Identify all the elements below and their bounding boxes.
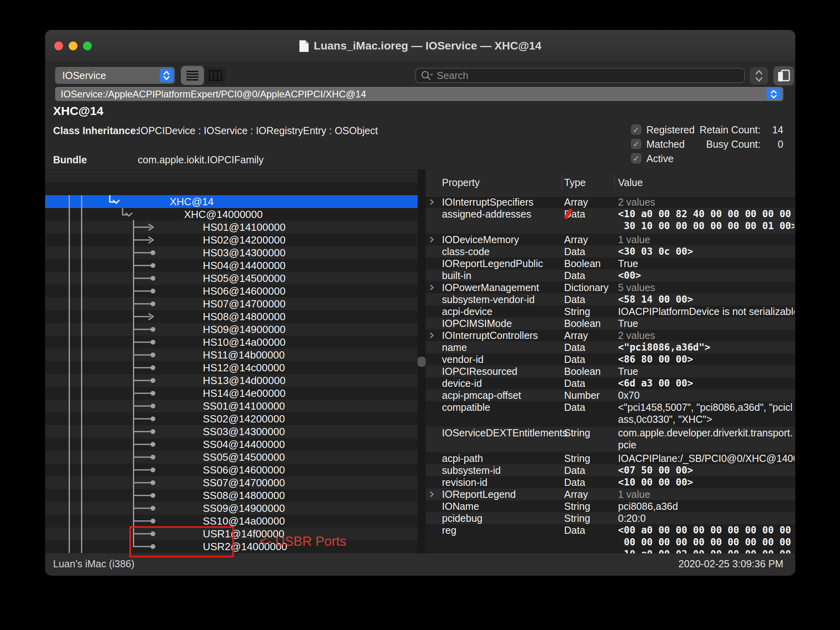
property-row-iodevicememory[interactable]: IODeviceMemoryArray1 value	[426, 234, 795, 246]
property-value-line: <07 50 00 00>	[618, 464, 794, 476]
property-name: IOInterruptSpecifiers	[442, 196, 533, 208]
tree-node-label: HS09@14900000	[203, 323, 285, 336]
property-row-built-in[interactable]: built-inData<00>	[426, 269, 795, 281]
column-separator[interactable]	[562, 175, 562, 190]
tree-row-hs03@14300000[interactable]: HS03@14300000	[45, 246, 418, 259]
retain-count-value: 14	[764, 125, 783, 135]
disclosure-chevron-icon[interactable]	[429, 234, 435, 247]
property-row-vendor-id[interactable]: vendor-idData<86 80 00 00>	[426, 353, 795, 365]
plane-selector-popup[interactable]: IOService	[55, 67, 175, 84]
tree-row-hs02@14200000[interactable]: HS02@14200000	[45, 234, 418, 246]
property-type: Array	[564, 329, 588, 341]
tree-row-ss06@14600000[interactable]: SS06@14600000	[45, 464, 418, 476]
property-row-ioreportlegendpublic[interactable]: IOReportLegendPublicBooleanTrue	[426, 258, 795, 269]
property-value: True	[618, 317, 794, 329]
property-type: String	[564, 452, 590, 464]
property-row-reg[interactable]: regData<00 a0 00 00 00 00 00 00 00 00 00…	[426, 524, 795, 554]
column-header-type[interactable]: Type	[564, 177, 586, 188]
search-input[interactable]: Search	[415, 68, 745, 83]
tree-row-ss03@14300000[interactable]: SS03@14300000	[45, 425, 418, 438]
property-row-ioservicedextentitlements[interactable]: IOServiceDEXTEntitlementsStringcom.apple…	[426, 427, 795, 452]
property-value-line: <00>	[618, 269, 794, 281]
tree-row-hs08@14800000[interactable]: HS08@14800000	[45, 310, 418, 323]
tree-row-hs04@14400000[interactable]: HS04@14400000	[45, 259, 418, 272]
pane-splitter[interactable]	[418, 170, 426, 554]
tree-row-ss07@14700000[interactable]: SS07@14700000	[45, 476, 418, 489]
tree-row-ss05@14500000[interactable]: SS05@14500000	[45, 451, 418, 464]
tree-row-hs11@14b00000[interactable]: HS11@14b00000	[45, 349, 418, 361]
active-checkbox[interactable]: ✓	[631, 153, 641, 163]
property-row-name[interactable]: nameData<"pci8086,a36d">	[426, 341, 795, 353]
property-row-pcidebug[interactable]: pcidebugString0:20:0	[426, 512, 795, 524]
tree-row-hs06@14600000[interactable]: HS06@14600000	[45, 285, 418, 297]
property-row-iointerruptspecifiers[interactable]: IOInterruptSpecifiersArray2 values	[426, 196, 795, 208]
property-row-device-id[interactable]: device-idData<6d a3 00 00>	[426, 377, 795, 389]
property-row-class-code[interactable]: class-codeData<30 03 0c 00>	[426, 246, 795, 258]
property-name: IOPCIResourced	[442, 365, 517, 377]
column-header-property[interactable]: Property	[442, 177, 479, 188]
property-row-iopciresourced[interactable]: IOPCIResourcedBooleanTrue	[426, 365, 795, 377]
disclosure-chevron-icon[interactable]	[429, 329, 435, 343]
property-type: Array	[564, 196, 588, 208]
property-row-revision-id[interactable]: revision-idData<10 00 00 00>	[426, 476, 795, 488]
disclosure-chevron-icon[interactable]	[429, 281, 435, 295]
tree-row-hs10@14a00000[interactable]: HS10@14a00000	[45, 336, 418, 349]
tree-row-xhc@14000000[interactable]: XHC@14000000	[45, 208, 418, 221]
property-row-iointerruptcontrollers[interactable]: IOInterruptControllersArray2 values	[426, 329, 795, 341]
disclosure-chevron-icon[interactable]	[429, 196, 435, 210]
tree-row-ss02@14200000[interactable]: SS02@14200000	[45, 412, 418, 425]
leaf-connector-icon	[133, 246, 159, 259]
tree-row-hs01@14100000[interactable]: HS01@14100000	[45, 221, 418, 234]
tree-row-ss04@14400000[interactable]: SS04@14400000	[45, 438, 418, 451]
inspector-toggle-button[interactable]	[773, 66, 794, 85]
matched-checkbox[interactable]: ✓	[631, 139, 641, 149]
path-stepper-icon[interactable]	[767, 88, 781, 100]
tree-node-label: HS08@14800000	[203, 310, 285, 323]
search-icon	[421, 70, 433, 81]
tree-row-hs14@14e00000[interactable]: HS14@14e00000	[45, 387, 418, 400]
tree-row-xhc@14[interactable]: XHC@14	[45, 195, 418, 208]
tree-row-hs12@14c00000[interactable]: HS12@14c00000	[45, 361, 418, 374]
tree-row-ss08@14800000[interactable]: SS08@14800000	[45, 489, 418, 502]
registered-checkbox[interactable]: ✓	[631, 125, 641, 135]
column-header-value[interactable]: Value	[618, 177, 643, 188]
tree-row-ss01@14100000[interactable]: SS01@14100000	[45, 400, 418, 412]
disclosure-chevron-icon[interactable]	[429, 488, 435, 502]
property-row-subsystem-vendor-id[interactable]: subsystem-vendor-idData<58 14 00 00>	[426, 293, 795, 305]
property-row-subsystem-id[interactable]: subsystem-idData<07 50 00 00>	[426, 464, 795, 476]
property-name: IOPCIMSIMode	[442, 317, 512, 329]
tree-row-ss09@14900000[interactable]: SS09@14900000	[45, 502, 418, 515]
tree-row-hs05@14500000[interactable]: HS05@14500000	[45, 272, 418, 285]
column-separator[interactable]	[614, 175, 615, 190]
title-bar[interactable]: Luans_iMac.ioreg — IOService — XHC@14	[45, 30, 795, 62]
property-value-line: <00 a0 00 00 00 00 00 00 00 00	[618, 524, 794, 536]
list-view-button[interactable]	[181, 66, 204, 85]
registered-label: Registered	[646, 125, 695, 135]
leaf-connector-icon	[133, 323, 159, 336]
checkmark-icon: ✓	[633, 140, 640, 149]
property-row-ioreportlegend[interactable]: IOReportLegendArray1 value	[426, 488, 795, 500]
property-row-ioname[interactable]: IONameStringpci8086,a36d	[426, 500, 795, 512]
column-view-button[interactable]	[204, 66, 227, 85]
property-value-line: 2 values	[618, 329, 794, 341]
property-row-compatible[interactable]: compatibleData<"pci1458,5007", "pci8086,…	[426, 401, 795, 427]
tree-row-hs13@14d00000[interactable]: HS13@14d00000	[45, 374, 418, 387]
property-value: IOACPIPlane:/_SB/PCI0@0/XHC@140000	[618, 452, 794, 464]
history-stepper[interactable]	[750, 67, 768, 85]
tree-row-ss10@14a00000[interactable]: SS10@14a00000	[45, 515, 418, 527]
property-value: <10 00 00 00>	[618, 476, 794, 488]
tree-row-hs07@14700000[interactable]: HS07@14700000	[45, 297, 418, 310]
property-value: <10 a0 00 82 40 00 00 00 00 00 30 10 00 …	[618, 208, 794, 232]
tree-node-label: HS12@14c00000	[203, 361, 285, 374]
property-row-acpi-device[interactable]: acpi-deviceStringIOACPIPlatformDevice is…	[426, 305, 795, 317]
property-name: acpi-pmcap-offset	[442, 389, 521, 401]
property-row-assigned-addresses[interactable]: assigned-addressesData<10 a0 00 82 40 00…	[426, 208, 795, 234]
property-row-iopowermanagement[interactable]: IOPowerManagementDictionary5 values	[426, 281, 795, 293]
property-value: 2 values	[618, 329, 794, 341]
tree-row-hs09@14900000[interactable]: HS09@14900000	[45, 323, 418, 336]
property-row-iopcimsimode[interactable]: IOPCIMSIModeBooleanTrue	[426, 317, 795, 329]
property-row-acpi-path[interactable]: acpi-pathStringIOACPIPlane:/_SB/PCI0@0/X…	[426, 452, 795, 464]
tree-guide-line	[81, 195, 82, 553]
path-bar[interactable]: IOService:/AppleACPIPlatformExpert/PCI0@…	[55, 87, 783, 101]
property-row-acpi-pmcap-offset[interactable]: acpi-pmcap-offsetNumber0x70	[426, 389, 795, 401]
